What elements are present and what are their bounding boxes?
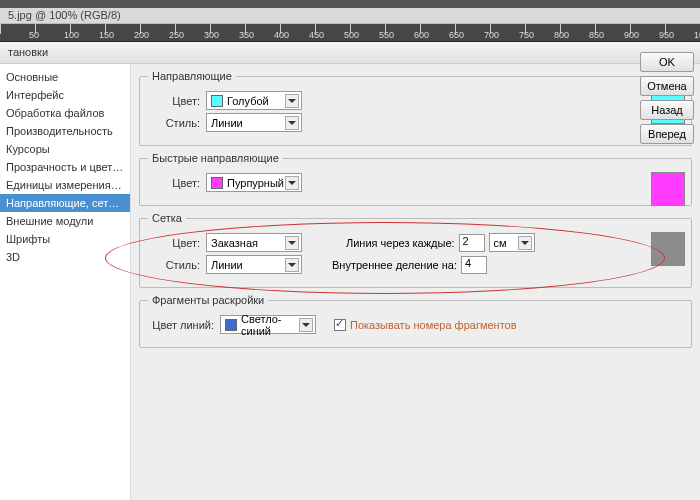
category-sidebar: ОсновныеИнтерфейсОбработка файловПроизво… bbox=[0, 64, 131, 500]
grid-group: Сетка Цвет: Заказная Линия через каждые:… bbox=[139, 212, 692, 288]
sidebar-item[interactable]: Интерфейс bbox=[0, 86, 130, 104]
grid-color-label: Цвет: bbox=[148, 237, 200, 249]
sidebar-item[interactable]: Внешние модули bbox=[0, 212, 130, 230]
smart-color-label: Цвет: bbox=[148, 177, 200, 189]
sidebar-item[interactable]: Единицы измерения и линейки bbox=[0, 176, 130, 194]
grid-sub-input[interactable]: 4 bbox=[461, 256, 487, 274]
guides-legend: Направляющие bbox=[148, 70, 236, 82]
document-title: 5.jpg @ 100% (RGB/8) bbox=[0, 8, 700, 24]
sidebar-item[interactable]: Обработка файлов bbox=[0, 104, 130, 122]
smartguides-group: Быстрые направляющие Цвет: Пурпурный bbox=[139, 152, 692, 206]
app-topbar bbox=[0, 0, 700, 8]
chevron-down-icon bbox=[299, 318, 313, 332]
forward-button[interactable]: Вперед bbox=[640, 124, 694, 144]
chevron-down-icon bbox=[285, 176, 299, 190]
grid-style-combo[interactable]: Линии bbox=[206, 255, 302, 274]
combo-value: Пурпурный bbox=[227, 177, 284, 189]
slices-linecolor-label: Цвет линий: bbox=[148, 319, 214, 331]
slices-legend: Фрагменты раскройки bbox=[148, 294, 268, 306]
dialog-title: тановки bbox=[0, 42, 700, 64]
chevron-down-icon bbox=[518, 236, 532, 250]
color-swatch-mini bbox=[225, 319, 237, 331]
grid-color-combo[interactable]: Заказная bbox=[206, 233, 302, 252]
ok-button[interactable]: OK bbox=[640, 52, 694, 72]
chevron-down-icon bbox=[285, 236, 299, 250]
chevron-down-icon bbox=[285, 258, 299, 272]
button-column: OK Отмена Назад Вперед bbox=[636, 46, 698, 150]
show-numbers-checkbox[interactable] bbox=[334, 319, 346, 331]
color-swatch-mini bbox=[211, 177, 223, 189]
sidebar-item[interactable]: 3D bbox=[0, 248, 130, 266]
smart-color-combo[interactable]: Пурпурный bbox=[206, 173, 302, 192]
slices-linecolor-combo[interactable]: Светло-синий bbox=[220, 315, 316, 334]
combo-value: см bbox=[494, 237, 507, 249]
slices-group: Фрагменты раскройки Цвет линий: Светло-с… bbox=[139, 294, 692, 348]
grid-every-label: Линия через каждые: bbox=[346, 237, 455, 249]
combo-value: Линии bbox=[211, 259, 243, 271]
show-numbers-label: Показывать номера фрагментов bbox=[350, 319, 517, 331]
sidebar-item[interactable]: Прозрачность и цветовой охват bbox=[0, 158, 130, 176]
guides-color-combo[interactable]: Голубой bbox=[206, 91, 302, 110]
settings-panel: Направляющие Цвет: Голубой Стиль: Линии bbox=[131, 64, 700, 500]
grid-color-swatch[interactable] bbox=[651, 232, 685, 266]
guides-group: Направляющие Цвет: Голубой Стиль: Линии bbox=[139, 70, 692, 146]
sidebar-item[interactable]: Производительность bbox=[0, 122, 130, 140]
cancel-button[interactable]: Отмена bbox=[640, 76, 694, 96]
chevron-down-icon bbox=[285, 116, 299, 130]
guides-style-combo[interactable]: Линии bbox=[206, 113, 302, 132]
sidebar-item[interactable]: Курсоры bbox=[0, 140, 130, 158]
sidebar-item[interactable]: Направляющие, сетка и фрагменты bbox=[0, 194, 130, 212]
combo-value: Голубой bbox=[227, 95, 269, 107]
grid-legend: Сетка bbox=[148, 212, 186, 224]
smart-color-swatch[interactable] bbox=[651, 172, 685, 206]
color-swatch-mini bbox=[211, 95, 223, 107]
sidebar-item[interactable]: Шрифты bbox=[0, 230, 130, 248]
grid-sub-label: Внутреннее деление на: bbox=[332, 259, 457, 271]
chevron-down-icon bbox=[285, 94, 299, 108]
preferences-dialog: тановки ОсновныеИнтерфейсОбработка файло… bbox=[0, 42, 700, 500]
horizontal-ruler: 0501001502002503003504004505005506006507… bbox=[0, 24, 700, 42]
combo-value: Заказная bbox=[211, 237, 258, 249]
back-button[interactable]: Назад bbox=[640, 100, 694, 120]
guides-style-label: Стиль: bbox=[148, 117, 200, 129]
sidebar-item[interactable]: Основные bbox=[0, 68, 130, 86]
smartguides-legend: Быстрые направляющие bbox=[148, 152, 283, 164]
grid-unit-combo[interactable]: см bbox=[489, 233, 535, 252]
combo-value: Линии bbox=[211, 117, 243, 129]
guides-color-label: Цвет: bbox=[148, 95, 200, 107]
grid-every-input[interactable]: 2 bbox=[459, 234, 485, 252]
grid-style-label: Стиль: bbox=[148, 259, 200, 271]
